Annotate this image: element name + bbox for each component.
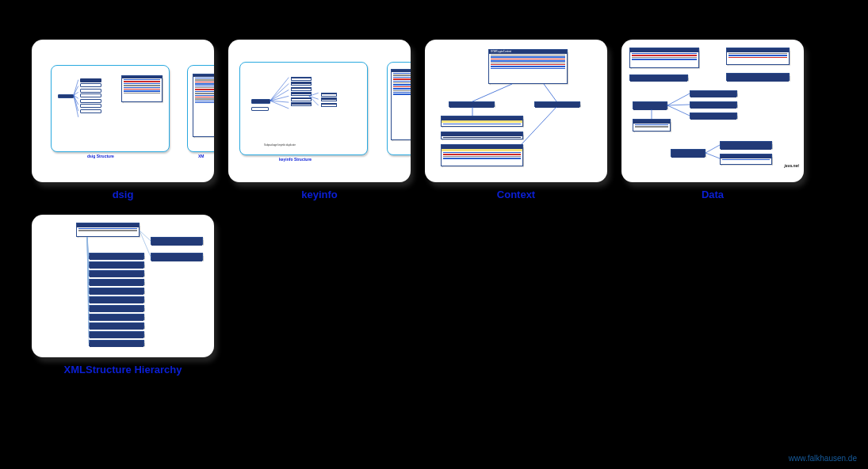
svg-line-8 (270, 84, 289, 101)
data-logo: java.net (784, 164, 799, 169)
svg-line-16 (472, 84, 512, 101)
svg-line-3 (74, 95, 78, 98)
card-keyinfo[interactable]: Subpackage keyinfo duplicate keyinfo Str… (228, 40, 411, 182)
svg-line-17 (544, 84, 556, 101)
miniframe-dsig-structure (51, 65, 170, 152)
svg-line-7 (270, 78, 289, 101)
card-wrap-data: java.net Data (621, 40, 804, 200)
miniframe-keyinfo2 (387, 62, 411, 155)
keyinfo-subleaves (319, 91, 338, 108)
card-dsig[interactable]: dsig Structure XM (32, 40, 214, 182)
svg-line-9 (270, 90, 289, 101)
card-label-dsig: dsig (113, 189, 134, 200)
card-wrap-context: DOMCryptoContext (425, 40, 607, 200)
ctx-if1 (449, 101, 495, 107)
svg-line-4 (74, 95, 78, 105)
data-leaf3 (690, 112, 737, 119)
card-grid: dsig Structure XM dsig (0, 0, 868, 376)
card-wrap-xmlstruct: XMLStructure Hierarchy (32, 215, 214, 376)
card-label-xmlstruct: XMLStructure Hierarchy (64, 364, 182, 376)
card-wrap-keyinfo: Subpackage keyinfo duplicate keyinfo Str… (228, 40, 411, 200)
svg-line-25 (705, 153, 720, 158)
keyinfo-inner-label: keyinfo Structure (279, 157, 312, 162)
dsig-inner-label2: XM (198, 154, 205, 158)
footer-link[interactable]: www.falkhausen.de (789, 454, 857, 463)
ctx-if2 (534, 101, 580, 107)
svg-line-22 (667, 105, 690, 116)
card-label-keyinfo: keyinfo (301, 189, 338, 200)
data-bpair-l2 (720, 154, 772, 165)
card-data[interactable]: java.net (621, 40, 804, 182)
dsig-classbox2 (193, 74, 214, 137)
keyinfo-leaves (289, 75, 312, 108)
svg-line-24 (705, 145, 720, 153)
svg-line-11 (270, 101, 289, 102)
svg-line-26 (140, 231, 151, 241)
svg-line-1 (74, 86, 78, 96)
svg-line-10 (270, 96, 289, 101)
keyinfo-root2 (251, 107, 269, 111)
ctx-top: DOMCryptoContext (488, 49, 568, 84)
svg-line-5 (74, 95, 78, 111)
miniframe-dsig-2 (187, 65, 214, 152)
ctx-validate (441, 144, 523, 166)
card-label-data: Data (702, 189, 724, 200)
svg-line-0 (74, 80, 78, 96)
card-label-context: Context (497, 189, 535, 200)
data-c1 (629, 48, 699, 68)
data-bpair-root (671, 149, 705, 157)
data-leaf2 (690, 101, 737, 108)
svg-line-12 (270, 101, 289, 109)
ctx-sign (441, 116, 523, 127)
card-context[interactable]: DOMCryptoContext (425, 40, 607, 182)
svg-line-21 (667, 105, 690, 105)
dsig-root (58, 94, 74, 98)
keyinfo-classbox2 (391, 69, 411, 140)
data-c2 (726, 48, 790, 65)
keyinfo-note: Subpackage keyinfo duplicate (264, 144, 296, 147)
xs-r2 (151, 253, 203, 261)
data-c3h (629, 74, 688, 81)
xs-root (76, 223, 140, 237)
ctx-mid (441, 132, 523, 139)
xs-r1 (151, 237, 203, 245)
svg-line-2 (74, 92, 78, 95)
miniframe-keyinfo: Subpackage keyinfo duplicate (239, 62, 368, 155)
data-leaf1 (690, 90, 737, 97)
dsig-classbox (121, 75, 163, 102)
data-bpair-l1 (720, 141, 772, 149)
xs-children (89, 253, 144, 346)
svg-line-19 (522, 107, 556, 144)
svg-line-20 (667, 93, 690, 105)
data-root (633, 101, 667, 109)
dsig-tree (78, 77, 102, 114)
dsig-inner-label: dsig Structure (87, 154, 114, 158)
card-xmlstruct[interactable] (32, 215, 214, 357)
card-wrap-dsig: dsig Structure XM dsig (32, 40, 214, 200)
keyinfo-root (251, 99, 270, 104)
svg-line-6 (74, 95, 78, 116)
data-sub (633, 119, 671, 132)
data-c4h (726, 73, 790, 81)
